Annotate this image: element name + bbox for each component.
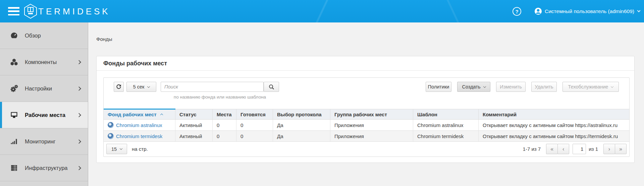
button-label: Удалить [535, 84, 553, 89]
cell-template: Chromium termidesk [413, 131, 479, 142]
sidebar-item-components[interactable]: Компоненты [0, 49, 88, 75]
next-page-button[interactable]: › [603, 144, 615, 154]
sorted-column-indicator [104, 109, 175, 110]
sort-asc-icon [160, 113, 163, 116]
chromium-icon [108, 133, 114, 139]
page-size-select[interactable]: 15 [106, 144, 127, 154]
page-size-value: 15 [111, 146, 117, 152]
table-row[interactable]: Chromium astralinux Активный 0 0 Да Прил… [104, 120, 629, 131]
refresh-icon [116, 84, 122, 90]
brand-wordmark: TERMIDESK [38, 7, 110, 16]
sidebar-item-monitoring[interactable]: Мониторинг [0, 128, 88, 155]
col-header-status[interactable]: Статус [175, 109, 213, 120]
refresh-interval-select[interactable]: 5 сек [126, 82, 156, 92]
servers-icon [10, 164, 18, 172]
gears-icon [10, 84, 18, 92]
sidebar-item-label: Компоненты [25, 59, 57, 65]
cell-seats: 0 [213, 131, 236, 142]
pools-toolbar-and-table: 5 сек по названию фонда или названию шаб… [103, 77, 630, 157]
sidebar-item-label: Обзор [25, 33, 41, 39]
col-header-comment[interactable]: Комментарий [479, 109, 629, 120]
workplace-pools-table: Фонд рабочих мест Статус Места Готовятся… [104, 109, 629, 142]
monitor-icon [10, 111, 18, 119]
cell-seats: 0 [213, 120, 236, 131]
chevron-down-icon [637, 9, 641, 12]
cell-protocol-choice: Да [273, 120, 330, 131]
breadcrumb: Фонды [96, 36, 112, 42]
col-header-pool[interactable]: Фонд рабочих мест [104, 109, 175, 120]
edit-button[interactable]: Изменить [496, 82, 526, 92]
page-number-input[interactable] [573, 144, 586, 154]
cell-status: Активный [175, 131, 213, 142]
cell-preparing: 0 [236, 120, 273, 131]
table-row[interactable]: Chromium termidesk Активный 0 0 Да Прило… [104, 131, 629, 142]
termidesk-logo-icon [24, 4, 37, 20]
pagination: 1-7 из 7 « ‹ из 1 › » [523, 144, 627, 154]
chevron-right-icon [77, 166, 81, 170]
create-button[interactable]: Создать [457, 82, 490, 92]
hamburger-menu-icon[interactable] [8, 7, 19, 15]
sidebar-item-label: Рабочие места [25, 112, 65, 118]
chevron-right-icon [77, 86, 81, 91]
cell-group: Приложения [330, 131, 413, 142]
button-label: Политики [428, 84, 449, 89]
column-label: Группа рабочих мест [334, 112, 387, 117]
column-label: Комментарий [483, 112, 517, 117]
table-header-row: Фонд рабочих мест Статус Места Готовятся… [104, 109, 629, 120]
column-label: Места [217, 112, 232, 117]
col-header-preparing[interactable]: Готовятся [236, 109, 273, 120]
cell-status: Активный [175, 120, 213, 131]
user-avatar-icon [534, 7, 542, 15]
first-page-icon: « [550, 146, 553, 152]
sidebar-item-overview[interactable]: Обзор [0, 22, 88, 49]
cell-comment: Открывает вкладку с активным сайтом http… [479, 120, 629, 131]
first-page-button[interactable]: « [546, 144, 558, 154]
sidebar-nav: Обзор Компоненты [0, 22, 88, 186]
button-label: Техобслуживание [568, 84, 608, 89]
prev-page-button[interactable]: ‹ [557, 144, 569, 154]
help-icon[interactable]: ? [513, 7, 521, 16]
top-header-bar: TERMIDESK ? Системный пользователь (admi… [0, 0, 644, 22]
pools-panel: Фонды рабочих мест 5 сек по на [96, 56, 635, 163]
refresh-interval-value: 5 сек [133, 84, 145, 89]
chevron-down-icon [611, 85, 613, 87]
chart-bars-icon [10, 137, 18, 145]
sidebar-item-infrastructure[interactable]: Инфраструктура [0, 155, 88, 181]
cell-protocol-choice: Да [273, 131, 330, 142]
chromium-icon [108, 122, 114, 128]
maintenance-button[interactable]: Техобслуживание [562, 82, 619, 92]
search-input[interactable] [161, 82, 264, 92]
sidebar-item-label: Настройки [25, 85, 52, 92]
sidebar-item-workplaces[interactable]: Рабочие места [0, 102, 88, 128]
column-label: Готовятся [240, 112, 266, 117]
user-menu[interactable]: Системный пользователь (admin609) [534, 0, 640, 22]
dashboard-icon [10, 32, 18, 40]
pool-link[interactable]: Chromium astralinux [116, 122, 162, 128]
cell-template: Chromium astralinux [413, 120, 479, 131]
refresh-button[interactable] [114, 82, 124, 92]
column-label: Выбор протокола [277, 112, 322, 117]
prev-page-icon: ‹ [562, 146, 564, 152]
sidebar-item-label: Мониторинг [25, 138, 56, 145]
table-actions: Политики Создать Изменить Удалить Техобс… [426, 82, 619, 92]
policies-button[interactable]: Политики [426, 82, 451, 92]
column-label: Фонд рабочих мест [108, 112, 157, 117]
search-button[interactable] [264, 82, 279, 92]
last-page-button[interactable]: » [615, 144, 627, 154]
delete-button[interactable]: Удалить [531, 82, 557, 92]
next-page-icon: › [608, 146, 610, 152]
last-page-icon: » [619, 146, 622, 152]
sidebar-item-settings[interactable]: Настройки [0, 75, 88, 102]
col-header-template[interactable]: Шаблон [413, 109, 479, 120]
chevron-down-icon [147, 85, 150, 87]
cell-group: Приложения [330, 120, 413, 131]
chevron-right-icon [77, 60, 81, 64]
sidebar-item-label: Инфраструктура [25, 165, 68, 171]
col-header-seats[interactable]: Места [213, 109, 236, 120]
col-header-group[interactable]: Группа рабочих мест [330, 109, 413, 120]
chevron-right-icon [77, 139, 81, 144]
col-header-protocol-choice[interactable]: Выбор протокола [273, 109, 330, 120]
pool-link[interactable]: Chromium termidesk [116, 133, 162, 139]
panel-header: Фонды рабочих мест [97, 56, 634, 71]
button-label: Создать [462, 84, 480, 89]
